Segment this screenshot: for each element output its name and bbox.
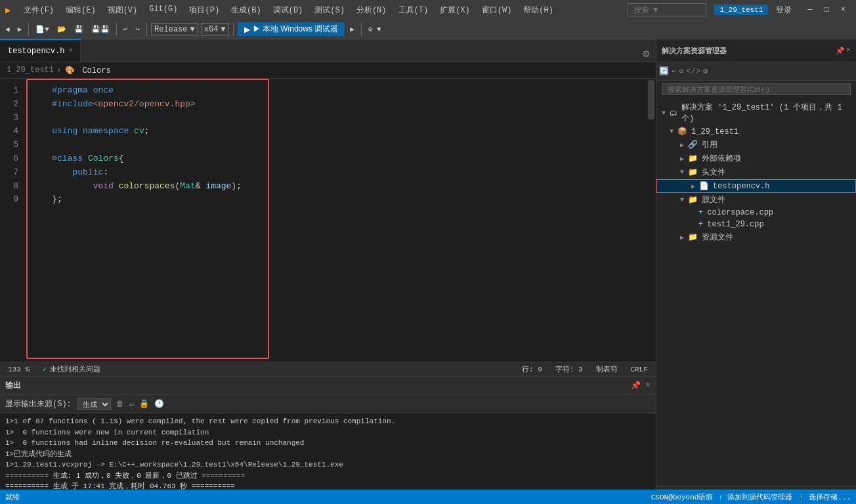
sidebar-tb-undo-icon[interactable]: ↩: [672, 66, 676, 76]
save-all-button[interactable]: 💾💾: [89, 24, 112, 35]
editor-scrollbar[interactable]: [647, 79, 656, 362]
tree-testopencv-h[interactable]: ▶ 📄 testopencv.h: [656, 179, 856, 193]
project-arrow-icon: ▼: [670, 128, 674, 135]
config-label: Release: [154, 25, 187, 34]
menu-build[interactable]: 生成(B): [226, 3, 267, 17]
tab-close-icon[interactable]: ×: [68, 47, 72, 54]
source-files-arrow-icon: ▼: [680, 196, 684, 203]
menu-window[interactable]: 窗口(W): [477, 3, 517, 17]
toolbar-extras[interactable]: ⚙ ▼: [366, 24, 384, 35]
sidebar-toolbar: 🔄 ↩ ⊙ </> ⚙: [656, 62, 856, 81]
sidebar-tb-settings-icon[interactable]: ⚙: [703, 66, 708, 76]
line-num-5: 5: [5, 138, 18, 152]
tree-project[interactable]: ▼ 📦 1_29_test1: [656, 125, 856, 138]
test1-29-file-icon: +: [698, 220, 703, 229]
sidebar-tb-filter-icon[interactable]: ⊙: [679, 66, 683, 76]
ready-status: 就绪: [5, 492, 20, 502]
colors-icon: 🎨: [65, 66, 75, 75]
bottom-select-label[interactable]: ⋮ 选择存储...: [798, 492, 851, 502]
line-num-1: 1: [5, 84, 18, 98]
menu-project[interactable]: 项目(P): [184, 3, 225, 17]
sidebar-pin-icon[interactable]: 📌: [836, 47, 845, 55]
menu-extensions[interactable]: 扩展(X): [435, 3, 475, 17]
tree-test1-29-cpp[interactable]: ▶ + test1_29.cpp: [656, 219, 856, 230]
tab-settings-button[interactable]: ⚙: [637, 46, 656, 62]
new-file-button[interactable]: 📄▼: [33, 24, 52, 35]
scrollbar-thumb[interactable]: [648, 80, 654, 119]
config-dropdown[interactable]: Release ▼: [151, 23, 198, 36]
output-header: 输出 📌 ×: [0, 377, 656, 395]
menu-view[interactable]: 视图(V): [102, 3, 143, 17]
resource-files-label: 资源文件: [702, 232, 733, 243]
cursor-col: 字符: 3: [553, 364, 586, 374]
login-button[interactable]: 登录: [776, 5, 792, 16]
forward-button[interactable]: ▶: [15, 24, 25, 35]
testopencv-arrow-icon: ▶: [691, 182, 695, 190]
menu-tools[interactable]: 工具(T): [393, 3, 434, 17]
tree-source-files[interactable]: ▼ 📁 源文件: [656, 193, 856, 207]
zoom-level[interactable]: 133 %: [5, 366, 32, 373]
bottom-add-label[interactable]: ↑ 添加到源代码管理器: [718, 492, 792, 502]
undo-button[interactable]: ↩: [121, 24, 131, 35]
output-lock-icon[interactable]: 🔒: [139, 399, 149, 409]
tab-format: 制表符: [593, 364, 620, 374]
menu-edit[interactable]: 编辑(E): [60, 3, 101, 17]
code-line-2: #include<opencv2/opencv.hpp>: [32, 98, 641, 112]
line-num-2: 2: [5, 98, 18, 112]
tree-external-deps[interactable]: ▶ 📁 外部依赖项: [656, 152, 856, 165]
tree-header-files[interactable]: ▼ 📁 头文件: [656, 165, 856, 179]
line-num-3: 3: [5, 112, 18, 125]
sidebar-tb-code-icon[interactable]: </>: [686, 67, 700, 76]
sidebar-search-input[interactable]: [662, 83, 851, 95]
references-arrow-icon: ▶: [680, 141, 684, 149]
output-clear-icon[interactable]: 🗑: [116, 399, 124, 409]
header-files-label: 头文件: [702, 167, 725, 178]
minimize-button[interactable]: ─: [802, 4, 817, 16]
editor-vertical: testopencv.h × ⚙ 1_29_test1 › 🎨 Colors 1…: [0, 39, 656, 504]
menu-bar: 文件(F) 编辑(E) 视图(V) Git(G) 项目(P) 生成(B) 调试(…: [18, 3, 559, 17]
close-button[interactable]: ×: [836, 4, 851, 16]
run-button[interactable]: ▶ ▶ 本地 Windows 调试器: [238, 22, 345, 36]
tree-references[interactable]: ▶ 🔗 引用: [656, 138, 856, 152]
menu-git[interactable]: Git(G): [144, 3, 182, 17]
solution-label: 解决方案 '1_29_test1' (1 个项目，共 1 个): [681, 102, 851, 124]
redo-button[interactable]: ↪: [133, 24, 142, 35]
output-close-icon[interactable]: ×: [646, 381, 651, 390]
solution-arrow-icon: ▼: [662, 110, 666, 117]
resource-files-arrow-icon: ▶: [680, 234, 684, 242]
tab-testopencv[interactable]: testopencv.h ×: [0, 39, 81, 62]
open-button[interactable]: 📂: [54, 24, 69, 35]
arch-dropdown[interactable]: x64 ▼: [201, 23, 229, 36]
code-content[interactable]: #pragma once #include<opencv2/opencv.hpp…: [26, 79, 647, 362]
sidebar-close-icon[interactable]: ×: [846, 46, 851, 55]
maximize-button[interactable]: □: [819, 4, 834, 16]
menu-help[interactable]: 帮助(H): [518, 3, 559, 17]
output-source-select[interactable]: 生成: [77, 398, 111, 410]
output-source-label: 显示输出来源(S):: [5, 398, 72, 410]
solution-icon: 🗂: [670, 108, 677, 118]
global-search-input[interactable]: [628, 3, 706, 16]
tab-label: testopencv.h: [8, 47, 64, 56]
menu-file[interactable]: 文件(F): [18, 3, 59, 17]
run-icon-button[interactable]: ▶: [347, 24, 357, 35]
tree-resource-files[interactable]: ▶ 📁 资源文件: [656, 230, 856, 244]
output-panel: 输出 📌 × 显示输出来源(S): 生成 🗑 ↵ 🔒 🕐 1>1 of 87 f…: [0, 376, 656, 504]
line-num-7: 7: [5, 166, 18, 180]
menu-analyze[interactable]: 分析(N): [351, 3, 392, 17]
menu-test[interactable]: 测试(S): [309, 3, 350, 17]
save-button[interactable]: 💾: [72, 24, 86, 35]
output-clock-icon[interactable]: 🕐: [154, 399, 164, 409]
output-line-1: 1>1 of 87 functions ( 1.1%) were compile…: [5, 416, 651, 427]
tb-sep2: [116, 23, 117, 36]
source-files-label: 源文件: [702, 194, 725, 205]
tree-colorspace-cpp[interactable]: ▶ + colorspace.cpp: [656, 207, 856, 219]
back-button[interactable]: ◀: [3, 24, 12, 35]
output-pin-icon[interactable]: 📌: [631, 381, 641, 390]
output-line-4: 1>已完成代码的生成: [5, 449, 651, 460]
header-files-arrow-icon: ▼: [680, 169, 684, 176]
output-wrap-icon[interactable]: ↵: [129, 399, 134, 409]
testopencv-file-icon: 📄: [699, 181, 709, 191]
menu-debug[interactable]: 调试(D): [268, 3, 309, 17]
sidebar-tb-refresh-icon[interactable]: 🔄: [659, 66, 669, 76]
tree-solution[interactable]: ▼ 🗂 解决方案 '1_29_test1' (1 个项目，共 1 个): [656, 100, 856, 125]
